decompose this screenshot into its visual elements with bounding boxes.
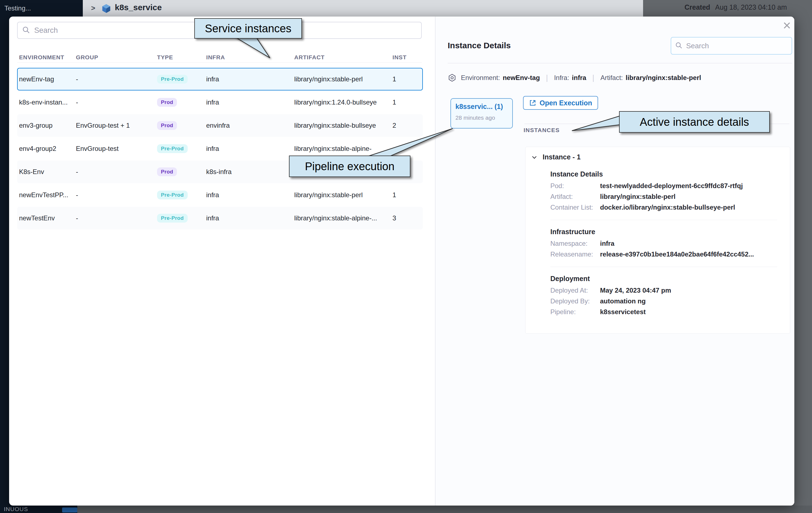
detail-value: infra [600,238,614,249]
table-cell: - [76,75,157,83]
detail-row: Pipeline:k8sservicetest [550,306,777,317]
table-row[interactable]: env3-groupEnvGroup-test + 1Prodenvinfral… [17,114,423,137]
detail-value: automation ng [600,296,645,306]
service-cube-icon [101,3,112,15]
table-cell: infra [206,98,294,106]
external-link-icon [529,99,536,107]
environment-label: Environment: [461,74,500,82]
table-cell: Pre-Prod [157,75,206,84]
artifact-label: Artifact: [600,74,623,82]
dimmed-bottom-strip [77,506,812,513]
column-header[interactable]: GROUP [76,54,157,61]
detail-label: Deployed At: [550,285,600,296]
table-cell: Pre-Prod [157,144,206,153]
column-header[interactable]: ENVIRONMENT [18,54,76,61]
instance-details-search[interactable] [671,37,792,55]
column-header[interactable]: ARTIFACT [294,54,393,61]
detail-label: Pipeline: [550,306,600,317]
table-cell: library/nginx:stable-alpine-... [294,214,393,222]
detail-label: Artifact: [550,191,600,202]
execution-card[interactable]: k8sservic... (1) 28 minutes ago [451,98,513,128]
env-type-badge: Pre-Prod [157,214,188,222]
table-cell: Prod [157,121,206,130]
detail-row: Namespace:infra [550,238,777,249]
table-cell: infra [206,214,294,222]
execution-time: 28 minutes ago [456,115,508,121]
table-header-row: ENVIRONMENTGROUPTYPEINFRAARTIFACTINST [18,52,420,63]
table-cell: infra [206,191,294,199]
table-row[interactable]: newEnvTestPP...-Pre-Prodinfralibrary/ngi… [17,184,423,206]
column-header[interactable]: INFRA [206,54,294,61]
callout-active-instance-details: Active instance details [619,111,770,133]
column-header[interactable]: INST [393,54,417,61]
instance-accordion-header[interactable]: Instance - 1 [531,153,581,161]
table-cell: 3 [393,214,417,222]
search-icon [22,26,30,35]
table-cell: - [76,98,157,106]
table-cell: - [76,214,157,222]
table-cell: EnvGroup-test [76,145,157,153]
separator: | [546,73,548,82]
table-cell: Pre-Prod [157,190,206,200]
detail-section-title: Infrastructure [550,228,777,236]
callout-pipeline-execution: Pipeline execution [289,156,410,177]
execution-name: k8sservic... (1) [456,102,508,111]
open-execution-button[interactable]: Open Execution [523,96,598,110]
table-row[interactable]: newEnv-tag-Pre-Prodinfralibrary/nginx:st… [17,68,423,90]
column-header[interactable]: TYPE [157,54,206,61]
section-divider [448,63,792,63]
sidebar-module-label: INUOUS [4,506,28,512]
instance-details-title: Instance Details [448,41,511,50]
detail-value: k8sservicetest [600,306,645,317]
detail-label: Namespace: [550,238,600,249]
table-cell: newEnvTestPP... [18,191,76,199]
detail-row: Deployed By:automation ng [550,296,777,306]
detail-row: Deployed At:May 24, 2023 04:47 pm [550,285,777,296]
table-cell: library/nginx:stable-perl [294,191,393,199]
table-cell: Prod [157,168,206,176]
table-cell: 1 [393,98,417,106]
table-cell: infra [206,145,294,153]
table-cell: 2 [393,122,417,129]
separator: | [592,73,594,82]
table-cell: library/nginx:stable-bullseye [294,122,393,129]
table-cell: infra [206,75,294,83]
page-title: k8s_service [115,3,162,12]
detail-value: test-newlyadded-deployment-6cc9ffdc87-rt… [600,180,743,191]
infra-value: infra [572,74,586,82]
environment-summary: Environment: newEnv-tag | Infra: infra |… [448,72,701,84]
instances-heading: INSTANCES [524,127,560,133]
dimmed-right-strip: bu 3 [794,17,812,513]
instance-card: Instance - 1 Instance DetailsPod:test-ne… [525,147,790,334]
detail-row: Releasename:release-e397c0b1bee184a0e2ba… [550,249,777,260]
service-instances-modal: ENVIRONMENTGROUPTYPEINFRAARTIFACTINST ne… [9,17,794,506]
sidebar-nav-chip[interactable] [62,508,77,512]
sidebar-project-label[interactable]: Testing... [4,4,31,12]
env-type-badge: Prod [157,98,177,107]
table-cell: Pre-Prod [157,214,206,222]
table-row[interactable]: k8s-env-instan...-Prodinfralibrary/nginx… [17,91,423,114]
table-cell: library/nginx:stable-perl [294,75,393,83]
search-input[interactable] [686,41,788,51]
env-type-badge: Pre-Prod [157,75,188,84]
close-icon[interactable]: × [779,17,795,34]
table-cell: envinfra [206,122,294,129]
detail-value: release-e397c0b1bee184a0e2bae64f6fe42cc4… [600,249,754,260]
env-type-badge: Pre-Prod [157,190,188,200]
detail-value: docker.io/library/nginx:stable-bullseye-… [600,202,735,213]
table-row[interactable]: newTestEnv-Pre-Prodinfralibrary/nginx:st… [17,207,423,230]
created-timestamp: CreatedAug 18, 2023 04:10 am [685,3,787,11]
detail-row: Container List:docker.io/library/nginx:s… [550,202,777,213]
breadcrumb-chevron: > [91,4,95,12]
detail-label: Pod: [550,180,600,191]
pane-divider [435,17,436,506]
detail-section-title: Deployment [550,275,777,283]
detail-row: Pod:test-newlyadded-deployment-6cc9ffdc8… [550,180,777,191]
chevron-down-icon [531,154,538,160]
env-type-badge: Pre-Prod [157,144,188,153]
table-cell: 1 [393,75,417,83]
table-cell: newTestEnv [18,214,76,222]
table-cell: - [76,168,157,176]
detail-label: Container List: [550,202,600,213]
table-cell: Prod [157,98,206,107]
